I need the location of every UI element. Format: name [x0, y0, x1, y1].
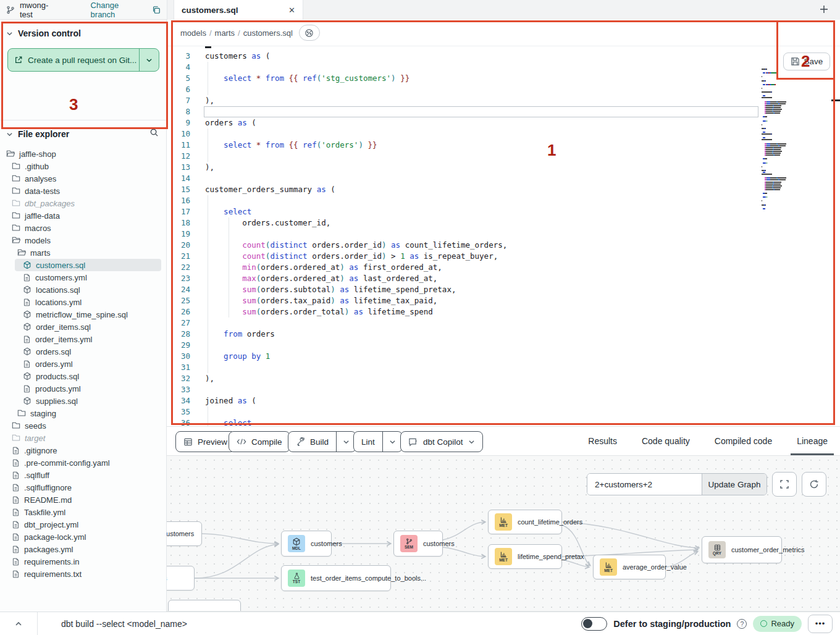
- tab-compiled-code[interactable]: Compiled code: [702, 427, 784, 455]
- lineage-node-customers[interactable]: MDLcustomers: [281, 531, 332, 557]
- file-tree-item-dbt-packages[interactable]: dbt_packages: [0, 197, 166, 209]
- git-branch-icon: [6, 6, 15, 14]
- file-tree-item-orders-sql[interactable]: orders.sql: [0, 345, 166, 358]
- file-tree-item-order-items-sql[interactable]: order_items.sql: [0, 321, 166, 333]
- file-tree-item-staging[interactable]: staging: [0, 407, 166, 419]
- refresh-button[interactable]: [802, 472, 826, 497]
- build-button[interactable]: Build: [288, 431, 356, 452]
- lineage-node-customers[interactable]: SEMcustomers: [393, 531, 443, 557]
- lineage-panel: stg_customersordersMDLcustomersTSTtest_o…: [167, 455, 840, 612]
- minimap[interactable]: [762, 69, 813, 313]
- compile-code-icon: [237, 437, 246, 446]
- folder-icon: [12, 174, 20, 183]
- status-badge[interactable]: Ready: [753, 616, 802, 632]
- folder-open-icon: [12, 236, 20, 245]
- tab-customers-sql[interactable]: customers.sql ✕: [174, 0, 303, 20]
- lineage-selector: Update Graph: [587, 473, 767, 495]
- lineage-node-average-order-value[interactable]: METaverage_order_value: [593, 555, 666, 579]
- compile-button[interactable]: Compile: [229, 431, 290, 452]
- file-tree-item-customers-yml[interactable]: customers.yml: [0, 271, 166, 284]
- file-tree-item-marts[interactable]: marts: [0, 246, 166, 259]
- file-tree-item-data-tests[interactable]: data-tests: [0, 185, 166, 197]
- lineage-node-stg-customers[interactable]: stg_customers: [167, 521, 202, 546]
- preview-button[interactable]: Preview: [175, 431, 235, 452]
- lineage-node-orders[interactable]: orders: [167, 566, 195, 591]
- chart-icon: MET: [495, 513, 512, 531]
- cube-icon: [23, 322, 32, 331]
- file-label: locations.yml: [35, 298, 82, 307]
- tab-results[interactable]: Results: [576, 427, 629, 455]
- save-button[interactable]: Save: [783, 53, 830, 70]
- divider: [37, 612, 38, 635]
- file-tree-item--github[interactable]: .github: [0, 160, 166, 172]
- lineage-node-clipped[interactable]: [168, 600, 241, 612]
- file-tree-item-jaffle-shop[interactable]: jaffle-shop: [0, 148, 166, 160]
- file-tree-item-dbt-project-yml[interactable]: dbt_project.yml: [0, 518, 166, 531]
- update-graph-button[interactable]: Update Graph: [702, 474, 766, 495]
- file-tree-item-locations-sql[interactable]: locations.sql: [0, 284, 166, 296]
- copy-icon[interactable]: [152, 6, 161, 14]
- flask-icon: TST: [288, 570, 305, 587]
- file-tree-item-products-yml[interactable]: products.yml: [0, 382, 166, 395]
- file-tree-item-requirements-in[interactable]: requirements.in: [0, 555, 166, 568]
- file-tree-item--sqlfluff[interactable]: .sqlfluff: [0, 469, 166, 481]
- tab-lineage[interactable]: Lineage: [784, 427, 840, 455]
- lineage-node-lifetime-spend-pretax[interactable]: METlifetime_spend_pretax: [488, 544, 562, 569]
- file-label: .sqlfluffignore: [24, 483, 72, 492]
- tab-title: customers.sql: [182, 6, 238, 15]
- close-icon[interactable]: ✕: [288, 6, 295, 15]
- file-tree-item-requirements-txt[interactable]: requirements.txt: [0, 568, 166, 580]
- lineage-node-count-lifetime-orders[interactable]: METcount_lifetime_orders: [488, 510, 562, 534]
- scrollbar-marker[interactable]: [831, 99, 840, 101]
- file-tree-item-customers-sql[interactable]: customers.sql: [0, 259, 166, 271]
- file-tree-item-supplies-sql[interactable]: supplies.sql: [0, 395, 166, 407]
- create-pull-request-button[interactable]: Create a pull request on Git...: [7, 48, 159, 72]
- lineage-node-test-order-items-compute-to-bools-[interactable]: TSTtest_order_items_compute_to_bools...: [281, 565, 391, 591]
- file-label: .pre-commit-config.yaml: [24, 458, 110, 468]
- file-tree-item-seeds[interactable]: seeds: [0, 419, 166, 432]
- cube-icon: MDL: [288, 535, 305, 552]
- file-tree-item--pre-commit-config-yaml[interactable]: .pre-commit-config.yaml: [0, 456, 166, 469]
- cli-command[interactable]: dbt build --select <model_name>: [61, 619, 187, 629]
- more-options-button[interactable]: •••: [808, 615, 833, 633]
- selector-input[interactable]: [587, 474, 702, 495]
- indent-guide: [229, 217, 229, 318]
- chevron-up-icon[interactable]: [0, 620, 37, 628]
- chevron-down-icon[interactable]: [6, 30, 13, 37]
- file-tree-item-taskfile-yml[interactable]: Taskfile.yml: [0, 506, 166, 518]
- file-tree-item-order-items-yml[interactable]: order_items.yml: [0, 333, 166, 345]
- file-tree-item--gitignore[interactable]: .gitignore: [0, 444, 166, 456]
- code-content[interactable]: customers as ( select * from {{ ref('stg…: [205, 51, 760, 426]
- defer-toggle[interactable]: [581, 617, 607, 631]
- file-tree-item-readme-md[interactable]: README.md: [0, 494, 166, 506]
- file-tree-item-models[interactable]: models: [0, 234, 166, 246]
- indent-guide: [208, 406, 208, 426]
- search-icon[interactable]: [149, 128, 159, 137]
- lint-button[interactable]: Lint: [353, 431, 403, 452]
- lineage-node-customer-order-metrics[interactable]: QRYcustomer_order_metrics: [702, 536, 782, 563]
- node-label: customer_order_metrics: [731, 546, 805, 553]
- code-editor[interactable]: 3456789101112131415161718192021222324252…: [167, 46, 840, 426]
- chevron-down-icon[interactable]: [6, 131, 13, 138]
- file-tree-item-macros[interactable]: macros: [0, 222, 166, 234]
- file-tree-item-locations-yml[interactable]: locations.yml: [0, 296, 166, 308]
- pull-request-dropdown-caret[interactable]: [139, 49, 159, 71]
- change-branch-link[interactable]: Change branch: [91, 1, 143, 19]
- new-tab-button[interactable]: [819, 4, 829, 14]
- copilot-inline-button[interactable]: [299, 25, 320, 41]
- tab-code-quality[interactable]: Code quality: [629, 427, 702, 455]
- fullscreen-button[interactable]: [772, 472, 797, 497]
- file-tree-item-products-sql[interactable]: products.sql: [0, 370, 166, 382]
- file-tree-item-package-lock-yml[interactable]: package-lock.yml: [0, 531, 166, 543]
- file-tree-item-orders-yml[interactable]: orders.yml: [0, 358, 166, 370]
- doc-icon: [12, 459, 20, 467]
- file-tree-item-target[interactable]: target: [0, 432, 166, 444]
- lint-dropdown-caret[interactable]: [382, 432, 402, 452]
- file-tree-item-jaffle-data[interactable]: jaffle-data: [0, 209, 166, 222]
- file-tree-item-packages-yml[interactable]: packages.yml: [0, 543, 166, 555]
- file-tree-item--sqlfluffignore[interactable]: .sqlfluffignore: [0, 481, 166, 494]
- file-tree-item-analyses[interactable]: analyses: [0, 172, 166, 185]
- file-tree-item-metricflow-time-spine-sql[interactable]: metricflow_time_spine.sql: [0, 308, 166, 321]
- dbt-copilot-button[interactable]: dbt Copilot: [400, 431, 483, 452]
- help-icon[interactable]: ?: [737, 619, 747, 629]
